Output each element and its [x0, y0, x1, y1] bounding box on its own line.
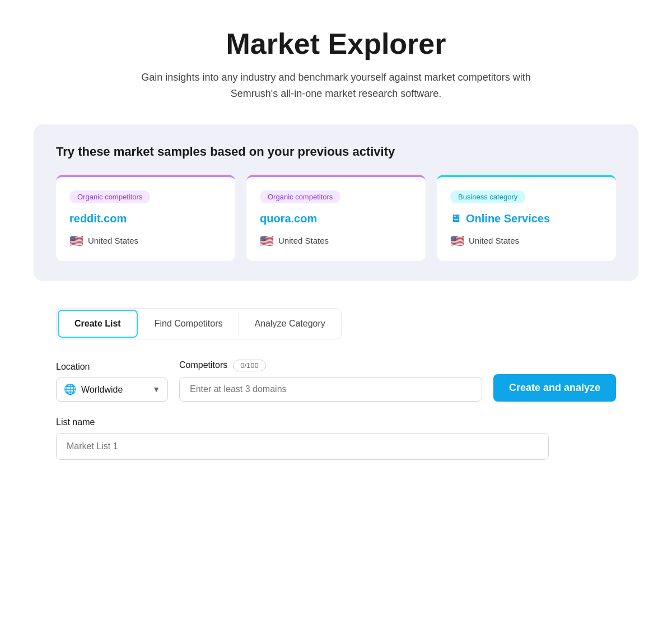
list-name-input[interactable]: [56, 433, 549, 460]
tab-create-list[interactable]: Create List: [58, 310, 138, 338]
sample-location-quora: 🇺🇸 United States: [260, 234, 412, 248]
sample-badge-business: Business category: [450, 190, 525, 203]
us-flag-icon-3: 🇺🇸: [450, 234, 464, 248]
page-header: Market Explorer Gain insights into any i…: [34, 27, 638, 102]
create-analyze-button[interactable]: Create and analyze: [493, 374, 616, 402]
sample-card-quora[interactable]: Organic competitors quora.com 🇺🇸 United …: [246, 175, 426, 261]
form-row: Location 🌐 Worldwide United States ▼ Com…: [56, 360, 616, 402]
location-group: Location 🌐 Worldwide United States ▼: [56, 362, 168, 402]
sample-badge-organic-2: Organic competitors: [260, 190, 340, 203]
sample-location-text-3: United States: [469, 236, 519, 245]
sample-domain-quora[interactable]: quora.com: [260, 212, 412, 225]
tabs-row: Create List Find Competitors Analyze Cat…: [56, 308, 342, 339]
tool-section: Create List Find Competitors Analyze Cat…: [34, 308, 638, 460]
competitors-input[interactable]: [179, 377, 482, 402]
sample-domain-reddit[interactable]: reddit.com: [69, 212, 222, 225]
sample-domain-online-services: Online Services: [466, 212, 550, 225]
sample-card-reddit[interactable]: Organic competitors reddit.com 🇺🇸 United…: [56, 175, 235, 261]
samples-title: Try these market samples based on your p…: [56, 145, 616, 159]
competitors-group: Competitors 0/100: [179, 360, 482, 402]
online-services-row: 🖥 Online Services: [450, 212, 603, 225]
us-flag-icon-2: 🇺🇸: [260, 234, 274, 248]
sample-location-text-1: United States: [88, 236, 138, 245]
sample-badge-organic-1: Organic competitors: [69, 190, 150, 203]
tab-analyze-category[interactable]: Analyze Category: [239, 311, 341, 337]
page-title: Market Explorer: [34, 27, 638, 60]
location-label: Location: [56, 362, 168, 372]
samples-grid: Organic competitors reddit.com 🇺🇸 United…: [56, 175, 616, 261]
competitors-count: 0/100: [233, 360, 266, 371]
sample-card-online-services[interactable]: Business category 🖥 Online Services 🇺🇸 U…: [437, 175, 616, 261]
samples-section: Try these market samples based on your p…: [34, 124, 638, 281]
competitors-label: Competitors: [179, 360, 227, 370]
page-subtitle: Gain insights into any industry and benc…: [134, 69, 538, 102]
us-flag-icon-1: 🇺🇸: [69, 234, 83, 248]
sample-location-reddit: 🇺🇸 United States: [69, 234, 222, 248]
sample-location-online-services: 🇺🇸 United States: [450, 234, 603, 248]
tab-find-competitors[interactable]: Find Competitors: [139, 311, 239, 337]
competitors-label-row: Competitors 0/100: [179, 360, 482, 371]
location-select-wrapper: 🌐 Worldwide United States ▼: [56, 378, 168, 402]
location-select[interactable]: Worldwide United States: [56, 378, 168, 402]
list-name-label: List name: [56, 417, 616, 427]
list-name-section: List name: [56, 417, 616, 460]
monitor-icon: 🖥: [450, 213, 460, 225]
sample-location-text-2: United States: [278, 236, 329, 245]
